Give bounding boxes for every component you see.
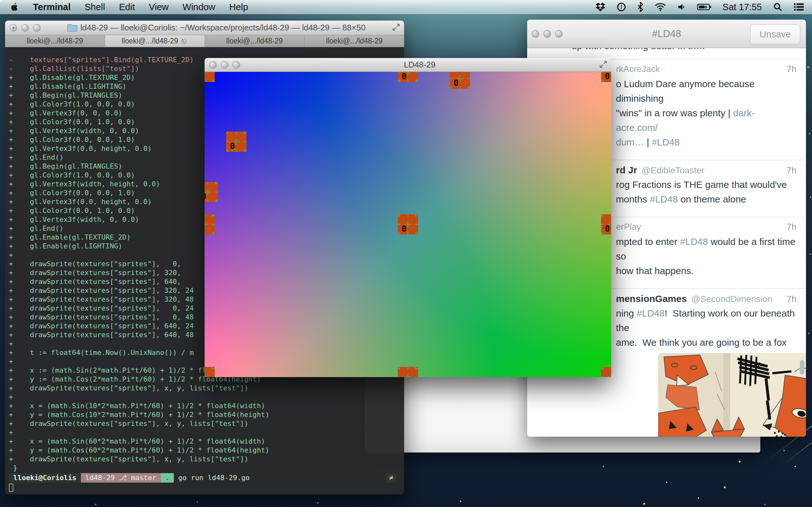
svg-text:0: 0 <box>402 224 407 233</box>
game-sprite: 0 <box>205 367 215 377</box>
terminal-line: + drawSprite(textures["sprites"], x, y, … <box>9 384 401 393</box>
tweet-text-segment: months <box>616 194 650 205</box>
menu-window[interactable]: Window <box>183 2 215 12</box>
tweet-text-line: "wins" in a row was plenty | dark-acre.c… <box>616 106 797 135</box>
minimize-button[interactable] <box>21 24 29 32</box>
game-sprite: 0 <box>601 367 611 377</box>
prompt-indicator: ≠ <box>386 473 397 483</box>
tweet-text-segment: ame. We think you are going to be a fox <box>616 337 786 348</box>
tab-label: lloeki@.../ld48-29 <box>27 37 83 45</box>
tweet-author-handle[interactable]: @EdibleToaster <box>642 165 705 176</box>
spotlight-icon[interactable] <box>773 3 782 11</box>
tweet-text-segment: on theme alone <box>678 194 746 205</box>
fullscreen-icon[interactable] <box>599 60 607 70</box>
game-window-title: LD48-29 <box>240 60 599 70</box>
game-canvas[interactable]: 0 0 0 <box>205 72 611 377</box>
tab-label: lloeki@.../ld48-29 <box>226 37 283 45</box>
svg-text:0: 0 <box>402 72 407 81</box>
tweet-author-name[interactable]: mensionGames <box>616 293 687 304</box>
tweet-link[interactable]: #LD48 <box>680 236 708 247</box>
tweet-photo-fox-sketches[interactable] <box>658 353 806 437</box>
terminal-tab-bar: lloeki@.../ld48-29lloeki@.../ld48-29lloe… <box>5 35 404 47</box>
tweet-author-name[interactable]: rd Jr <box>616 165 637 176</box>
tweet-text-segment: how that happens. <box>616 266 694 276</box>
terminal-tab-3[interactable]: lloeki@.../ld48-29 <box>205 35 305 47</box>
game-titlebar[interactable]: LD48-29 <box>205 58 611 72</box>
terminal-line: } <box>9 464 401 472</box>
terminal-tab-4[interactable]: lloeki@.../ld48-29 <box>305 35 404 47</box>
tweet-author-handle[interactable]: erPlay <box>616 222 641 232</box>
volume-icon[interactable] <box>677 3 686 11</box>
prompt-git-segment: ld48-29 ⎇ master <box>81 473 161 483</box>
svg-text:0: 0 <box>605 72 610 81</box>
terminal-line: + y = (math.Cos(60*2*math.Pi*t/60) + 1)/… <box>9 446 401 455</box>
twitter-titlebar[interactable]: #LD48 Unsave <box>527 20 806 48</box>
dropbox-icon[interactable] <box>596 3 605 11</box>
terminal-line: + y = (math.Cos(10*2*math.Pi*t/60) + 1)/… <box>9 410 401 419</box>
close-button[interactable] <box>209 61 217 69</box>
bluetooth-icon[interactable] <box>638 2 643 12</box>
unsave-button[interactable]: Unsave <box>750 24 800 44</box>
game-sprite: 0 <box>205 182 218 202</box>
tweet-link[interactable]: dum… <box>616 137 644 147</box>
terminal-line: + <box>9 393 401 401</box>
apple-menu-icon[interactable] <box>11 2 19 12</box>
folder-icon <box>67 24 78 32</box>
close-button[interactable] <box>9 24 17 32</box>
svg-text:0: 0 <box>230 141 235 151</box>
zoom-button[interactable] <box>233 61 240 69</box>
svg-text:0: 0 <box>205 192 206 201</box>
tweet-text-segment: o Ludum Dare anymore because diminishing <box>616 78 757 104</box>
menu-terminal[interactable]: Terminal <box>33 2 71 12</box>
game-sprite: 0 <box>226 131 247 152</box>
time-machine-icon[interactable]: ! <box>617 2 626 12</box>
minimize-button[interactable] <box>221 61 229 69</box>
svg-text:0: 0 <box>605 224 610 233</box>
tab-label: lloeki@.../ld48-29 <box>326 37 383 45</box>
tweet-link[interactable]: #LD48 <box>637 308 664 319</box>
terminal-line: + drawSprite(textures["sprites"], x, y, … <box>9 455 401 464</box>
git-branch-icon: ⎇ <box>119 473 127 482</box>
tweet-author-handle[interactable]: rkAcreJack <box>616 64 660 74</box>
menu-bar: Terminal Shell Edit View Window Help ! S… <box>0 0 812 14</box>
tweet-text-segment: ning <box>616 308 637 319</box>
tweet-link[interactable]: #LD48 <box>652 137 680 147</box>
terminal-line: + <box>9 428 401 437</box>
menu-clock[interactable]: Sat 17:55 <box>722 2 762 12</box>
prompt-status-segment: . <box>161 473 174 483</box>
game-sprite: 0 <box>205 214 215 234</box>
tweet-text-line: mpted to enter #LD48 would be a first ti… <box>616 234 797 264</box>
tweet-text-line: o Ludum Dare anymore because diminishing <box>616 77 797 106</box>
prompt-command[interactable]: go run ld48-29.go <box>174 473 254 483</box>
svg-text:0: 0 <box>402 377 407 377</box>
terminal-line: + drawSprite(textures["sprites"], x, y, … <box>9 419 401 428</box>
svg-text:!: ! <box>620 4 622 10</box>
menu-help[interactable]: Help <box>229 2 248 12</box>
shell-prompt: lloeki@Coriolis ld48-29 ⎇ master . go ru… <box>9 473 401 483</box>
tweet-link[interactable]: #LD48 <box>650 194 678 205</box>
tweet-text-line: ning #LD48! Starting work on our beneath… <box>616 306 797 335</box>
menu-view[interactable]: View <box>149 2 168 12</box>
game-window: LD48-29 0 0 <box>205 58 611 377</box>
tweet-text-segment: rog Fractions is THE game that would've <box>616 179 787 190</box>
notification-center-icon[interactable] <box>794 3 804 11</box>
wifi-icon[interactable] <box>655 3 666 11</box>
game-sprite: 0 <box>601 72 611 82</box>
terminal-tab-1[interactable]: lloeki@.../ld48-29 <box>5 35 105 47</box>
game-sprite: 0 <box>205 72 215 82</box>
terminal-titlebar[interactable]: ld48-29 — lloeki@Coriolis: ~/Workspace/p… <box>5 20 404 35</box>
game-sprite: 0 <box>398 367 418 377</box>
terminal-tab-2[interactable]: lloeki@.../ld48-29 <box>105 35 205 47</box>
menu-edit[interactable]: Edit <box>119 2 135 12</box>
menu-shell[interactable]: Shell <box>85 2 105 12</box>
fullscreen-icon[interactable] <box>392 23 400 33</box>
tweet-timestamp: 7h <box>786 294 797 304</box>
battery-charging-icon[interactable] <box>697 3 711 11</box>
tweet-text-segment: | <box>644 137 652 147</box>
tweet-text-line: how that happens. <box>616 264 797 278</box>
scrollbar-thumb[interactable] <box>800 360 804 375</box>
zoom-button[interactable] <box>33 24 41 32</box>
svg-text:0: 0 <box>605 377 610 377</box>
tweet-author-handle[interactable]: @SecondDimension <box>691 294 772 304</box>
spinner-icon <box>181 38 188 45</box>
